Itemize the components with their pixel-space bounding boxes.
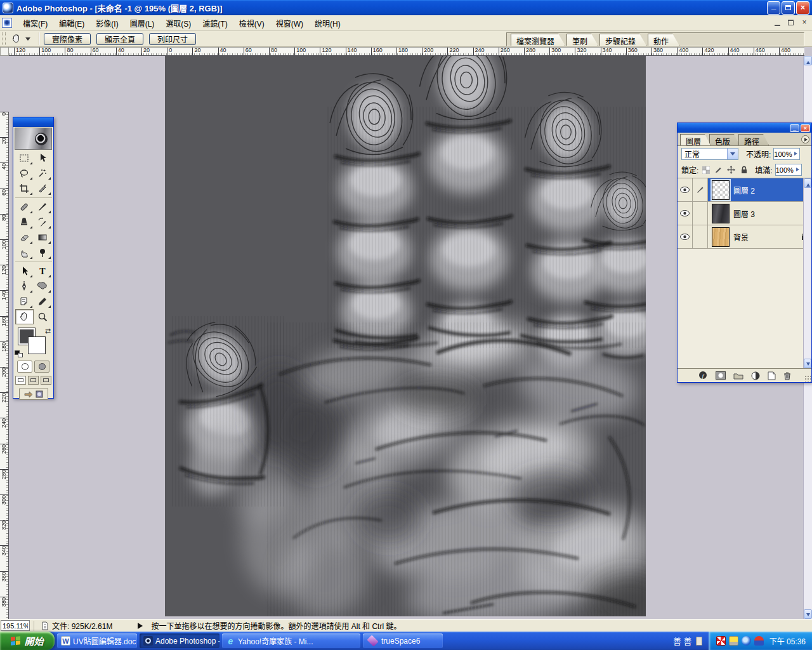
- clock[interactable]: 下午 05:36: [769, 635, 806, 646]
- menu-help[interactable]: 說明(H): [309, 16, 346, 30]
- fullscreen-mode-button[interactable]: [41, 376, 51, 385]
- default-colors-icon[interactable]: [15, 350, 23, 357]
- menu-file[interactable]: 檔案(F): [17, 16, 53, 30]
- layer-row-layer2[interactable]: 圖層 2: [678, 178, 811, 202]
- layer-name[interactable]: 背景: [733, 225, 797, 248]
- path-selection-tool[interactable]: [15, 263, 34, 279]
- tray-icon-2[interactable]: [729, 636, 738, 646]
- marquee-tool[interactable]: [15, 150, 34, 166]
- layers-palette-titlebar[interactable]: _ ×: [678, 123, 811, 133]
- lock-position-icon[interactable]: [726, 165, 736, 175]
- palette-minimize-button[interactable]: _: [790, 124, 799, 132]
- standard-screen-mode-button[interactable]: [15, 376, 26, 385]
- visibility-toggle[interactable]: [678, 202, 693, 225]
- layer-scroll-down[interactable]: [804, 359, 811, 368]
- pen-tool[interactable]: [15, 279, 34, 294]
- taskbar-task-truespace[interactable]: trueSpace6: [363, 633, 443, 648]
- tool-preset-dropdown[interactable]: [25, 37, 30, 43]
- palette-resize-grip[interactable]: [804, 375, 811, 381]
- add-mask-button[interactable]: [716, 371, 726, 380]
- layer-list-scrollbar[interactable]: [803, 178, 811, 368]
- fit-on-screen-button[interactable]: 顯示全頁: [96, 33, 143, 45]
- start-button[interactable]: 開始: [0, 632, 55, 650]
- layer-name[interactable]: 圖層 2: [733, 178, 797, 201]
- tray-icon-1[interactable]: [716, 636, 726, 646]
- opacity-field[interactable]: 100%: [773, 148, 800, 160]
- lasso-tool[interactable]: [15, 166, 34, 181]
- toolbox-titlebar[interactable]: [13, 117, 53, 127]
- standard-mode-button[interactable]: [17, 361, 32, 373]
- history-brush-tool[interactable]: [34, 215, 52, 230]
- document-size-text[interactable]: 文件: 925K/2.61M: [52, 620, 112, 631]
- notes-tool[interactable]: [15, 294, 34, 309]
- visibility-toggle[interactable]: [678, 178, 693, 201]
- hand-tool[interactable]: [15, 309, 34, 324]
- new-group-button[interactable]: [733, 372, 743, 380]
- tab-actions[interactable]: 動作: [648, 34, 679, 46]
- lock-all-icon[interactable]: [739, 165, 749, 175]
- taskbar-task-photoshop[interactable]: Adobe Photoshop - [...: [140, 633, 219, 648]
- document-minimize-button[interactable]: [772, 18, 783, 28]
- document-restore-button[interactable]: [785, 18, 797, 28]
- tray-icon-4[interactable]: [754, 636, 764, 646]
- language-bar[interactable]: 善 善: [673, 635, 702, 647]
- fullscreen-menubar-mode-button[interactable]: [28, 376, 39, 385]
- blend-mode-dropdown[interactable]: 正常: [681, 148, 738, 160]
- layer-thumbnail[interactable]: [712, 204, 730, 223]
- swap-colors-icon[interactable]: ⇄: [45, 327, 51, 335]
- close-button[interactable]: ×: [796, 1, 809, 15]
- layer-thumbnail[interactable]: [712, 227, 730, 247]
- healing-brush-tool[interactable]: [15, 199, 34, 215]
- brush-tool[interactable]: [34, 199, 52, 215]
- new-layer-button[interactable]: [768, 371, 776, 380]
- dodge-tool[interactable]: [34, 245, 52, 260]
- zoom-tool[interactable]: [34, 309, 52, 324]
- fill-field[interactable]: 100%: [775, 164, 802, 176]
- tab-paths[interactable]: 路徑: [738, 134, 769, 145]
- slice-tool[interactable]: [34, 181, 52, 196]
- move-tool[interactable]: [34, 150, 52, 166]
- lock-transparency-icon[interactable]: [701, 165, 710, 175]
- layer-name[interactable]: 圖層 3: [733, 202, 797, 225]
- zoom-level-field[interactable]: [1, 620, 30, 631]
- tab-brushes[interactable]: 筆刷: [566, 34, 598, 46]
- eraser-tool[interactable]: [15, 230, 34, 245]
- layer-row-layer3[interactable]: 圖層 3: [678, 202, 811, 225]
- layer-thumbnail[interactable]: [712, 180, 730, 200]
- crop-tool[interactable]: [15, 181, 34, 196]
- menu-filter[interactable]: 濾鏡(T): [197, 16, 233, 30]
- tray-icon-3[interactable]: [742, 636, 751, 646]
- menu-image[interactable]: 影像(I): [90, 16, 124, 30]
- gradient-tool[interactable]: [34, 230, 52, 245]
- print-size-button[interactable]: 列印尺寸: [149, 33, 196, 45]
- delete-layer-button[interactable]: [783, 371, 791, 380]
- scroll-up-arrow[interactable]: [804, 56, 812, 65]
- palette-menu-button[interactable]: [801, 135, 809, 143]
- restore-button[interactable]: [782, 1, 795, 15]
- lock-image-icon[interactable]: [714, 165, 723, 175]
- jump-to-imageready-button[interactable]: [19, 388, 48, 400]
- quick-mask-mode-button[interactable]: [34, 361, 49, 373]
- blur-tool[interactable]: [15, 245, 34, 260]
- tab-file-browser[interactable]: 檔案瀏覽器: [511, 34, 565, 46]
- document-close-button[interactable]: ×: [799, 18, 810, 28]
- taskbar-task-word[interactable]: W UV貼圖編輯器.doc - ...: [57, 633, 137, 648]
- minimize-button[interactable]: _: [767, 1, 780, 15]
- canvas[interactable]: [165, 56, 646, 616]
- tab-layers[interactable]: 圖層: [680, 134, 710, 145]
- menu-view[interactable]: 檢視(V): [233, 16, 270, 30]
- paint-indicator-empty[interactable]: [693, 225, 708, 248]
- actual-pixels-button[interactable]: 實際像素: [44, 33, 91, 45]
- custom-shape-tool[interactable]: [34, 279, 52, 294]
- menu-window[interactable]: 視窗(W): [270, 16, 309, 30]
- layer-row-background[interactable]: 背景: [678, 225, 811, 249]
- scroll-down-arrow[interactable]: [804, 609, 812, 619]
- language-indicator-text[interactable]: 善 善: [673, 635, 692, 647]
- tab-channels[interactable]: 色版: [709, 134, 740, 145]
- tab-history[interactable]: 步驟記錄: [599, 34, 646, 46]
- paint-indicator-empty[interactable]: [693, 202, 708, 225]
- layer-style-button[interactable]: f: [698, 371, 708, 380]
- menu-edit[interactable]: 編輯(E): [53, 16, 90, 30]
- options-bar-grip[interactable]: [2, 32, 6, 45]
- visibility-toggle[interactable]: [678, 225, 693, 248]
